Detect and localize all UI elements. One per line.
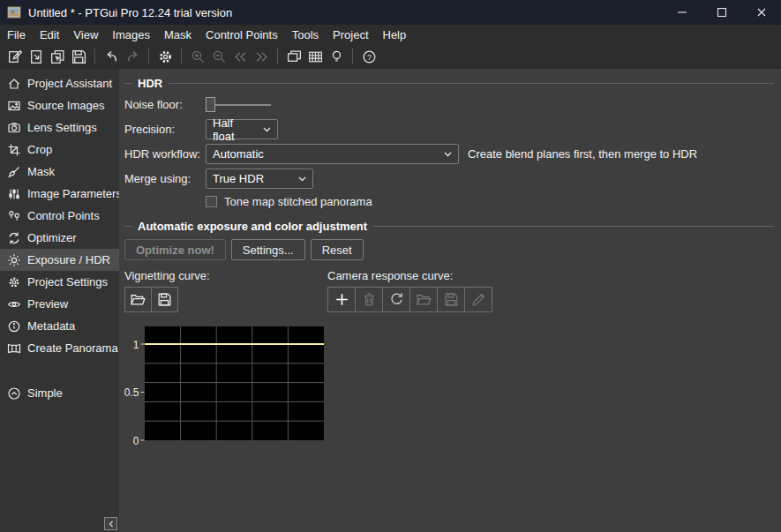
sliders-icon: [7, 187, 21, 201]
sidebar-item-metadata[interactable]: Metadata: [0, 315, 119, 337]
exposure-hdr-panel: HDR Noise floor: Precision: Half float: [119, 69, 781, 532]
gear-icon: [7, 275, 21, 289]
response-reset-refresh-icon[interactable]: [382, 287, 410, 312]
y-tick-0: 0: [133, 435, 139, 447]
reset-button[interactable]: Reset: [311, 239, 364, 260]
brush-icon: [7, 165, 21, 179]
save-project-icon[interactable]: [68, 46, 89, 67]
sidebar-item-exposure-hdr[interactable]: Exposure / HDR: [0, 249, 119, 271]
sidebar-collapse-button[interactable]: [104, 517, 117, 530]
sidebar-item-label: Exposure / HDR: [27, 253, 110, 266]
options-gear-icon[interactable]: [154, 46, 176, 67]
merge-using-value: True HDR: [213, 172, 264, 185]
toolbar: ?: [0, 44, 781, 69]
hdr-workflow-dropdown[interactable]: Automatic: [206, 144, 459, 164]
sidebar-item-mask[interactable]: Mask: [0, 161, 119, 183]
sidebar-item-control-points[interactable]: Control Points: [0, 205, 119, 227]
sidebar-item-lens-settings[interactable]: Lens Settings: [0, 116, 119, 139]
hdr-workflow-note: Create blend planes first, then merge to…: [468, 147, 697, 161]
window-controls: [662, 0, 781, 25]
menu-view[interactable]: View: [66, 26, 105, 43]
menu-control-points[interactable]: Control Points: [199, 26, 285, 43]
menu-file[interactable]: File: [0, 26, 33, 43]
info-icon: [7, 319, 21, 333]
chevron-down-icon: [437, 152, 452, 157]
menu-project[interactable]: Project: [326, 26, 375, 43]
response-delete-trash-icon[interactable]: [355, 287, 383, 312]
sun-icon: [7, 253, 21, 267]
sidebar-item-project-settings[interactable]: Project Settings: [0, 271, 119, 293]
sidebar: Project Assistant Source Images Lens Set…: [0, 69, 119, 532]
vignetting-curve-graph: 1 0.5 0: [124, 325, 329, 446]
titlebar: Untitled * - PTGui Pro 12.24 trial versi…: [0, 0, 781, 25]
vignetting-curve-label: Vignetting curve:: [124, 269, 327, 283]
minimize-button[interactable]: [662, 0, 702, 25]
sidebar-item-label: Project Settings: [27, 275, 108, 288]
noise-floor-slider[interactable]: [206, 97, 271, 112]
map-pins-icon: [7, 209, 21, 223]
sidebar-item-label: Mask: [27, 165, 55, 178]
zoom-out-icon[interactable]: [208, 46, 229, 67]
tonemap-label: Tone map stitched panorama: [224, 195, 372, 208]
hdr-workflow-value: Automatic: [213, 147, 264, 161]
vignetting-open-folder-icon[interactable]: [124, 287, 152, 312]
panorama-editor-icon[interactable]: [283, 46, 304, 67]
sidebar-item-label: Simple: [27, 386, 63, 400]
menu-images[interactable]: Images: [105, 26, 157, 43]
close-button[interactable]: [741, 0, 781, 25]
chevron-down-icon: [291, 176, 306, 182]
previous-image-icon[interactable]: [229, 46, 251, 67]
app-window: Untitled * - PTGui Pro 12.24 trial versi…: [0, 0, 781, 532]
hdr-workflow-label: HDR workflow:: [124, 147, 206, 161]
menu-tools[interactable]: Tools: [285, 26, 326, 43]
crop-icon: [7, 143, 21, 157]
camera-response-buttons: [327, 287, 492, 312]
panorama-icon: [7, 341, 21, 356]
add-images-icon[interactable]: [47, 46, 68, 67]
sidebar-item-label: Image Parameters: [27, 187, 122, 200]
image-icon: [7, 99, 21, 113]
svg-text:?: ?: [367, 52, 372, 61]
refresh-square-icon: [7, 231, 21, 245]
menu-edit[interactable]: Edit: [33, 26, 66, 43]
sidebar-item-optimizer[interactable]: Optimizer: [0, 227, 119, 249]
sidebar-item-crop[interactable]: Crop: [0, 139, 119, 161]
menu-help[interactable]: Help: [376, 26, 414, 43]
response-open-folder-icon[interactable]: [409, 287, 438, 312]
eye-icon: [7, 297, 21, 311]
open-project-icon[interactable]: [26, 46, 47, 67]
window-title: Untitled * - PTGui Pro 12.24 trial versi…: [28, 6, 232, 19]
hdr-section-header: HDR: [124, 76, 774, 90]
sidebar-item-preview[interactable]: Preview: [0, 293, 119, 315]
app-logo-icon: [7, 5, 21, 19]
precision-dropdown[interactable]: Half float: [206, 119, 278, 139]
sidebar-item-source-images[interactable]: Source Images: [0, 94, 119, 116]
redo-icon[interactable]: [122, 46, 143, 67]
help-icon[interactable]: ?: [358, 46, 379, 67]
new-project-icon[interactable]: [4, 46, 26, 67]
maximize-button[interactable]: [702, 0, 741, 25]
sidebar-item-label: Control Points: [27, 209, 100, 222]
sidebar-item-project-assistant[interactable]: Project Assistant: [0, 72, 119, 94]
detail-viewer-icon[interactable]: [304, 46, 326, 67]
home-icon: [7, 77, 21, 91]
next-image-icon[interactable]: [251, 46, 272, 67]
response-edit-pencil-icon[interactable]: [464, 287, 492, 312]
response-save-floppy-icon[interactable]: [437, 287, 465, 312]
tonemap-checkbox[interactable]: [206, 196, 217, 207]
merge-using-label: Merge using:: [124, 172, 206, 185]
sidebar-item-simple[interactable]: Simple: [0, 382, 119, 404]
chevron-down-icon: [256, 127, 271, 132]
merge-using-dropdown[interactable]: True HDR: [206, 169, 313, 189]
sidebar-item-create-panorama[interactable]: Create Panorama: [0, 337, 119, 359]
zoom-in-icon[interactable]: [187, 46, 208, 67]
sidebar-item-image-parameters[interactable]: Image Parameters: [0, 183, 119, 205]
hints-bulb-icon[interactable]: [326, 46, 347, 67]
vignetting-save-floppy-icon[interactable]: [151, 287, 178, 312]
slider-thumb[interactable]: [206, 97, 215, 112]
menu-mask[interactable]: Mask: [157, 26, 199, 43]
response-add-plus-icon[interactable]: [327, 287, 356, 312]
optimize-now-button[interactable]: Optimize now!: [124, 239, 226, 260]
settings-button[interactable]: Settings...: [231, 239, 305, 260]
undo-icon[interactable]: [101, 46, 122, 67]
